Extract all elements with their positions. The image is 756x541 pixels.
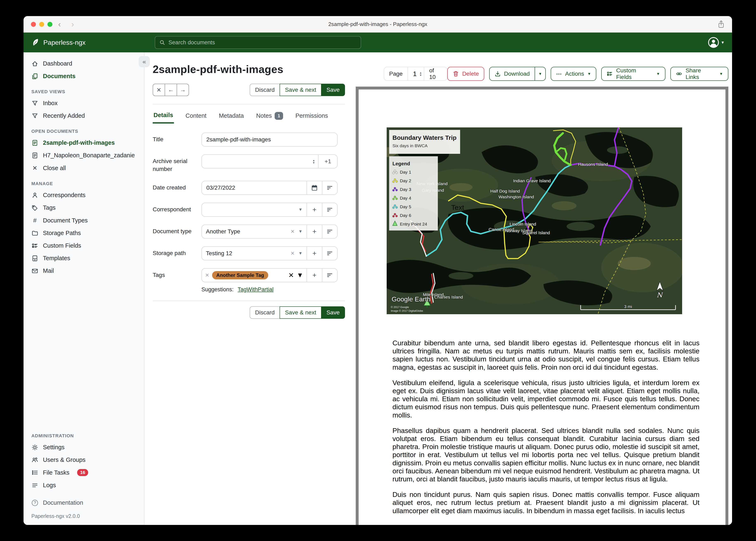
sidebar-item-close-all[interactable]: ✕ Close all	[24, 162, 144, 175]
page-stepper[interactable]: ▴▾	[420, 71, 421, 76]
zoom-window-button[interactable]	[47, 22, 52, 27]
clear-icon[interactable]: ✕	[288, 271, 294, 279]
sidebar-item-documents[interactable]: Documents	[24, 70, 144, 83]
tag-icon	[31, 205, 38, 211]
sidebar-item-custom-fields[interactable]: Custom Fields	[24, 240, 144, 252]
date-suggestions-button[interactable]	[322, 181, 337, 195]
tag-suggestions-row: Suggestions: TagWithPartial	[201, 286, 345, 293]
clear-icon[interactable]: ✕	[291, 251, 295, 256]
chevron-down-icon: ▼	[298, 229, 302, 234]
suggestion-link[interactable]: TagWithPartial	[238, 286, 274, 292]
map-island-label: Half Dog Island	[490, 189, 520, 194]
add-correspondent-button[interactable]: +	[307, 203, 322, 216]
paragraph: Duis non tincidunt purus. Nam quis sapie…	[392, 490, 699, 515]
number-stepper[interactable]: ▴▾	[313, 155, 318, 168]
mail-icon	[31, 268, 38, 274]
notes-count-badge: 1	[275, 112, 283, 120]
sidebar-item-inbox[interactable]: Inbox	[24, 97, 144, 110]
app-brand[interactable]: Paperless-ngx	[31, 38, 86, 47]
sidebar-item-dashboard[interactable]: Dashboard	[24, 57, 144, 70]
download-dropdown-toggle[interactable]: ▼	[535, 67, 545, 80]
search-input[interactable]	[169, 39, 357, 46]
delete-button[interactable]: Delete	[447, 67, 484, 81]
actions-button[interactable]: ⋯ Actions ▼	[551, 67, 596, 81]
browser-forward-button[interactable]: ›	[71, 16, 74, 33]
save-button[interactable]: Save	[321, 306, 345, 319]
document-nav-row: ✕ ← → Discard Save & next Save	[153, 84, 345, 96]
sidebar-item-label: File Tasks	[43, 469, 69, 476]
sidebar-item-open-doc-2[interactable]: H7_Napoleon_Bonaparte_zadanie	[24, 149, 144, 162]
avatar	[708, 37, 719, 48]
share-links-button[interactable]: Share Links ▼	[670, 67, 728, 81]
sidebar-item-storage-paths[interactable]: Storage Paths	[24, 227, 144, 240]
document-type-select[interactable]: Another Type ✕ ▼	[202, 225, 307, 238]
storage-path-suggestions-button[interactable]	[322, 247, 337, 260]
save-next-button[interactable]: Save & next	[280, 84, 321, 96]
discard-button[interactable]: Discard	[250, 84, 280, 96]
add-document-type-button[interactable]: +	[307, 225, 322, 238]
close-window-button[interactable]	[31, 22, 36, 27]
share-icon[interactable]	[718, 20, 725, 28]
custom-fields-button[interactable]: Custom Fields ▼	[601, 67, 665, 81]
tab-notes[interactable]: Notes 1	[255, 109, 284, 124]
sidebar-item-recently-added[interactable]: Recently Added	[24, 110, 144, 122]
svg-text:Day 1: Day 1	[400, 170, 411, 175]
sidebar-item-correspondents[interactable]: Correspondents	[24, 189, 144, 202]
sidebar-item-documentation[interactable]: ? Documentation	[24, 496, 144, 509]
calendar-button[interactable]	[307, 181, 322, 195]
download-button[interactable]: Download ▼	[489, 67, 546, 81]
tab-details[interactable]: Details	[153, 109, 174, 124]
page-number-input[interactable]: 1	[413, 70, 417, 78]
sidebar-item-users-groups[interactable]: Users & Groups	[24, 454, 144, 466]
minimize-window-button[interactable]	[39, 22, 44, 27]
sidebar-collapse-button[interactable]: «	[139, 56, 150, 67]
tag-chip[interactable]: Another Sample Tag	[212, 271, 268, 279]
sidebar-item-tags[interactable]: Tags	[24, 202, 144, 214]
question-circle-icon: ?	[31, 500, 38, 506]
asn-plus-one-button[interactable]: +1	[318, 155, 337, 168]
tag-suggestions-button[interactable]	[322, 269, 337, 282]
tab-content[interactable]: Content	[185, 109, 207, 124]
browser-back-button[interactable]: ‹	[58, 16, 61, 33]
correspondent-suggestions-button[interactable]	[322, 203, 337, 216]
document-type-suggestions-button[interactable]	[322, 225, 337, 238]
sidebar-item-open-doc-1[interactable]: 2sample-pdf-with-images	[24, 137, 144, 149]
date-created-field[interactable]	[202, 181, 307, 195]
pdf-preview[interactable]: New York IslandGary IslandHalf Dog Islan…	[356, 87, 728, 525]
correspondent-select[interactable]: ▼	[202, 203, 307, 216]
sidebar-item-templates[interactable]: Templates	[24, 252, 144, 265]
add-tag-button[interactable]: +	[307, 269, 322, 282]
title-field[interactable]	[202, 133, 337, 146]
storage-path-select[interactable]: Testing 12 ✕ ▼	[202, 247, 307, 260]
sidebar-item-mail[interactable]: Mail	[24, 265, 144, 277]
google-earth-logo: Google Earth	[392, 295, 431, 303]
tab-metadata[interactable]: Metadata	[218, 109, 245, 124]
next-document-button[interactable]: →	[177, 84, 189, 96]
divider	[153, 104, 345, 104]
save-button[interactable]: Save	[321, 84, 345, 96]
user-menu[interactable]: ▾	[708, 37, 724, 48]
asn-field[interactable]	[202, 155, 313, 168]
paragraph: Vestibulum eleifend, ligula a scelerisqu…	[392, 379, 699, 419]
tags-select[interactable]: ✕ Another Sample Tag ✕ ▼	[202, 269, 307, 282]
previous-document-button[interactable]: ←	[165, 84, 177, 96]
tab-permissions[interactable]: Permissions	[295, 109, 329, 124]
tags-label: Tags	[153, 268, 201, 282]
sidebar-item-document-types[interactable]: # Document Types	[24, 214, 144, 227]
add-storage-path-button[interactable]: +	[307, 247, 322, 260]
close-document-button[interactable]: ✕	[153, 84, 165, 96]
sidebar-item-logs[interactable]: Logs	[24, 479, 144, 491]
calendar-icon	[311, 185, 318, 191]
save-next-button[interactable]: Save & next	[280, 306, 321, 319]
sidebar-item-file-tasks[interactable]: File Tasks 16	[24, 466, 144, 479]
svg-text:Day 6: Day 6	[400, 213, 411, 218]
svg-text:Entry Point 24: Entry Point 24	[400, 222, 427, 227]
sidebar-item-settings[interactable]: Settings	[24, 441, 144, 454]
remove-tag-icon[interactable]: ✕	[205, 272, 209, 278]
clear-icon[interactable]: ✕	[291, 229, 295, 235]
map-legend: Legend Day 1Day 2Day 3Day 4Day 5Day 6Ent…	[389, 156, 438, 231]
discard-button[interactable]: Discard	[250, 306, 280, 319]
map-island-label: Washington Island	[498, 195, 534, 199]
sidebar-item-label: Inbox	[43, 100, 58, 107]
page-title: 2sample-pdf-with-images	[153, 63, 345, 76]
